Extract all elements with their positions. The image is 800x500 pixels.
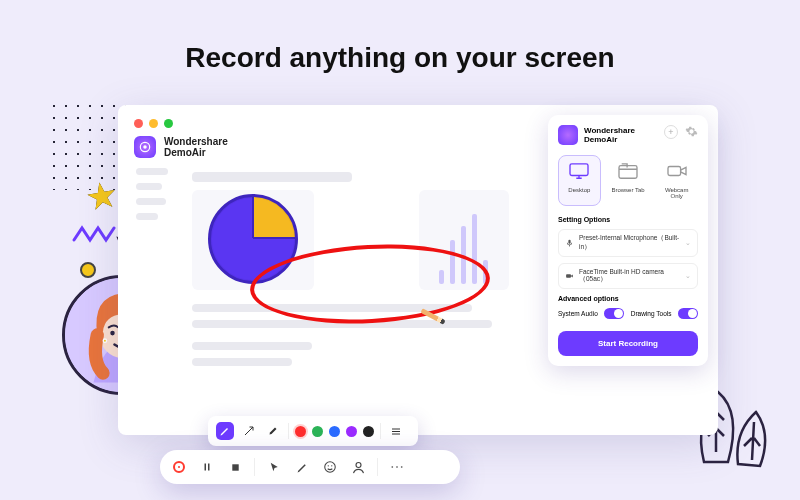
chevron-down-icon: ⌄ <box>685 239 691 247</box>
separator <box>380 423 381 439</box>
arrow-tool[interactable] <box>240 422 258 440</box>
cursor-tool[interactable] <box>265 458 283 476</box>
color-black[interactable] <box>363 426 374 437</box>
svg-point-15 <box>331 465 332 466</box>
pause-icon <box>201 461 213 473</box>
sidebar <box>136 168 178 228</box>
pen-icon <box>296 461 309 474</box>
brand-name: WondershareDemoAir <box>164 136 228 158</box>
tab-icon <box>617 162 639 180</box>
add-button[interactable]: + <box>664 125 678 139</box>
record-icon <box>173 461 185 473</box>
separator <box>377 458 378 476</box>
color-purple[interactable] <box>346 426 357 437</box>
svg-rect-10 <box>668 167 681 176</box>
stop-button[interactable] <box>226 458 244 476</box>
mode-label: Browser Tab <box>610 187 647 193</box>
camera-toggle[interactable] <box>349 458 367 476</box>
mode-webcam[interactable]: Webcam Only <box>655 155 698 206</box>
brand-logo-icon <box>558 125 578 145</box>
camera-value: FaceTime Built-in HD camera（05ac） <box>579 268 680 284</box>
toggle-tools-label: Drawing Tools <box>631 310 672 317</box>
advanced-title: Advanced options <box>558 295 698 302</box>
mode-desktop[interactable]: Desktop <box>558 155 601 206</box>
draw-tool[interactable] <box>293 458 311 476</box>
minimize-icon[interactable] <box>149 119 158 128</box>
monitor-icon <box>568 162 590 180</box>
mode-label: Webcam Only <box>658 187 695 199</box>
svg-rect-12 <box>232 464 238 470</box>
record-button[interactable] <box>170 458 188 476</box>
color-blue[interactable] <box>329 426 340 437</box>
sidebar-item <box>136 168 168 175</box>
svg-rect-8 <box>570 164 588 176</box>
svg-point-7 <box>143 145 147 149</box>
close-icon[interactable] <box>134 119 143 128</box>
hero-title: Record anything on your screen <box>0 42 800 74</box>
svg-point-2 <box>110 331 115 336</box>
recording-toolbar: ⋯ <box>160 450 460 484</box>
annotation-toolbar <box>208 416 418 446</box>
svg-point-5 <box>104 340 106 342</box>
mode-label: Desktop <box>561 187 598 193</box>
svg-rect-11 <box>566 274 571 278</box>
zigzag-icon <box>72 224 116 246</box>
more-button[interactable]: ⋯ <box>388 458 406 476</box>
circle-icon <box>80 262 96 278</box>
mic-select[interactable]: Preset-Internal Microphone（Built-in） ⌄ <box>558 229 698 257</box>
separator <box>254 458 255 476</box>
pause-button[interactable] <box>198 458 216 476</box>
start-recording-button[interactable]: Start Recording <box>558 331 698 356</box>
pen-tool[interactable] <box>216 422 234 440</box>
gear-icon[interactable] <box>685 125 698 138</box>
camera-select[interactable]: FaceTime Built-in HD camera（05ac） ⌄ <box>558 263 698 289</box>
sidebar-item <box>136 198 166 205</box>
chevron-down-icon: ⌄ <box>685 272 691 280</box>
person-icon <box>351 460 366 475</box>
svg-rect-9 <box>619 166 637 179</box>
page-title-skeleton <box>192 172 352 182</box>
line-weight[interactable] <box>387 422 405 440</box>
emoji-icon <box>323 460 337 474</box>
svg-point-16 <box>356 462 361 467</box>
mode-browser-tab[interactable]: Browser Tab <box>607 155 650 206</box>
settings-title: Setting Options <box>558 216 698 223</box>
camera-icon <box>565 271 574 281</box>
sidebar-item <box>136 183 162 190</box>
stop-icon <box>230 462 241 473</box>
recorder-panel: WondershareDemoAir + Desktop Browser Tab… <box>548 115 708 366</box>
webcam-icon <box>666 162 688 180</box>
toggle-system-audio[interactable] <box>604 308 624 319</box>
mic-icon <box>565 238 574 248</box>
toggle-drawing-tools[interactable] <box>678 308 698 319</box>
highlighter-tool[interactable] <box>264 422 282 440</box>
svg-point-13 <box>325 462 336 473</box>
color-green[interactable] <box>312 426 323 437</box>
toggle-audio-label: System Audio <box>558 310 598 317</box>
maximize-icon[interactable] <box>164 119 173 128</box>
svg-point-14 <box>328 465 329 466</box>
cursor-icon <box>268 461 281 474</box>
brand-logo-icon <box>134 136 156 158</box>
color-red[interactable] <box>295 426 306 437</box>
panel-brand-name: WondershareDemoAir <box>584 126 635 144</box>
sidebar-item <box>136 213 158 220</box>
emoji-tool[interactable] <box>321 458 339 476</box>
mic-value: Preset-Internal Microphone（Built-in） <box>579 234 680 252</box>
separator <box>288 423 289 439</box>
